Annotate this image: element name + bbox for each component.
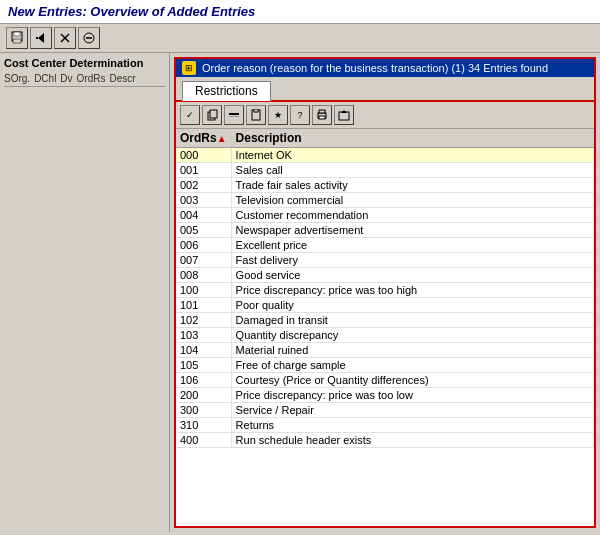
right-panel: ⊞ Order reason (reason for the business … — [174, 57, 596, 528]
entries-table: OrdRs▲ Description 000Internet OK001Sale… — [176, 129, 594, 448]
table-row[interactable]: 106Courtesy (Price or Quantity differenc… — [176, 373, 594, 388]
cell-desc: Free of charge sample — [231, 358, 593, 373]
save-button[interactable] — [6, 27, 28, 49]
cell-desc: Internet OK — [231, 148, 593, 163]
table-row[interactable]: 103Quantity discrepancy — [176, 328, 594, 343]
cell-ordrs: 102 — [176, 313, 231, 328]
cell-desc: Trade fair sales activity — [231, 178, 593, 193]
svg-rect-4 — [36, 37, 38, 39]
cell-desc: Material ruined — [231, 343, 593, 358]
cell-desc: Returns — [231, 418, 593, 433]
help-inner-button[interactable]: ? — [290, 105, 310, 125]
cell-desc: Price discrepancy: price was too low — [231, 388, 593, 403]
svg-rect-16 — [319, 110, 325, 113]
checkmark-button[interactable]: ✓ — [180, 105, 200, 125]
table-row[interactable]: 004Customer recommendation — [176, 208, 594, 223]
cell-ordrs: 001 — [176, 163, 231, 178]
dialog-title: Order reason (reason for the business tr… — [202, 62, 548, 74]
cell-ordrs: 006 — [176, 238, 231, 253]
table-row[interactable]: 000Internet OK — [176, 148, 594, 163]
svg-rect-2 — [13, 39, 21, 43]
cell-desc: Good service — [231, 268, 593, 283]
table-row[interactable]: 005Newspaper advertisement — [176, 223, 594, 238]
table-row[interactable]: 001Sales call — [176, 163, 594, 178]
copy-button[interactable] — [202, 105, 222, 125]
paste-row-button[interactable] — [246, 105, 266, 125]
left-panel: Cost Center Determination SOrg. DChl Dv … — [0, 53, 170, 532]
cell-desc: Quantity discrepancy — [231, 328, 593, 343]
svg-rect-1 — [14, 32, 20, 36]
cell-ordrs: 000 — [176, 148, 231, 163]
table-header: OrdRs▲ Description — [176, 129, 594, 148]
svg-rect-17 — [319, 116, 325, 119]
cell-ordrs: 106 — [176, 373, 231, 388]
cut-row-button[interactable] — [224, 105, 244, 125]
cell-ordrs: 200 — [176, 388, 231, 403]
table-row[interactable]: 400Run schedule header exists — [176, 433, 594, 448]
cell-ordrs: 101 — [176, 298, 231, 313]
cell-ordrs: 103 — [176, 328, 231, 343]
cell-desc: Poor quality — [231, 298, 593, 313]
col-header-ordrs: OrdRs▲ — [176, 129, 231, 148]
back-button[interactable] — [30, 27, 52, 49]
table-row[interactable]: 008Good service — [176, 268, 594, 283]
dialog-title-bar: ⊞ Order reason (reason for the business … — [176, 59, 594, 77]
cell-desc: Customer recommendation — [231, 208, 593, 223]
left-panel-columns: SOrg. DChl Dv OrdRs Descr — [4, 73, 165, 87]
cell-desc: Service / Repair — [231, 403, 593, 418]
cell-ordrs: 310 — [176, 418, 231, 433]
page-title: New Entries: Overview of Added Entries — [0, 0, 600, 24]
cell-desc: Damaged in transit — [231, 313, 593, 328]
table-body: 000Internet OK001Sales call002Trade fair… — [176, 148, 594, 448]
table-row[interactable]: 003Television commercial — [176, 193, 594, 208]
star-button[interactable]: ★ — [268, 105, 288, 125]
svg-rect-12 — [229, 116, 239, 117]
table-row[interactable]: 006Excellent price — [176, 238, 594, 253]
cell-ordrs: 007 — [176, 253, 231, 268]
sort-indicator: ▲ — [217, 133, 227, 144]
inner-toolbar: ✓ ★ ? — [176, 102, 594, 129]
table-row[interactable]: 002Trade fair sales activity — [176, 178, 594, 193]
cell-desc: Newspaper advertisement — [231, 223, 593, 238]
cell-ordrs: 400 — [176, 433, 231, 448]
svg-rect-10 — [210, 110, 217, 118]
cell-ordrs: 300 — [176, 403, 231, 418]
main-toolbar — [0, 24, 600, 53]
table-row[interactable]: 300Service / Repair — [176, 403, 594, 418]
cell-desc: Courtesy (Price or Quantity differences) — [231, 373, 593, 388]
cell-desc: Excellent price — [231, 238, 593, 253]
cell-ordrs: 008 — [176, 268, 231, 283]
cell-ordrs: 002 — [176, 178, 231, 193]
tab-restrictions[interactable]: Restrictions — [182, 81, 271, 101]
print-inner-button[interactable] — [312, 105, 332, 125]
table-row[interactable]: 007Fast delivery — [176, 253, 594, 268]
cancel-button[interactable] — [78, 27, 100, 49]
table-row[interactable]: 310Returns — [176, 418, 594, 433]
svg-rect-14 — [254, 109, 258, 112]
cell-ordrs: 105 — [176, 358, 231, 373]
table-row[interactable]: 100Price discrepancy: price was too high — [176, 283, 594, 298]
cell-ordrs: 100 — [176, 283, 231, 298]
cell-ordrs: 004 — [176, 208, 231, 223]
main-area: Cost Center Determination SOrg. DChl Dv … — [0, 53, 600, 532]
table-row[interactable]: 200Price discrepancy: price was too low — [176, 388, 594, 403]
col-header-desc: Description — [231, 129, 593, 148]
left-panel-title: Cost Center Determination — [4, 57, 165, 69]
cell-desc: Fast delivery — [231, 253, 593, 268]
tab-bar: Restrictions — [176, 77, 594, 102]
cell-desc: Television commercial — [231, 193, 593, 208]
table-row[interactable]: 102Damaged in transit — [176, 313, 594, 328]
table-row[interactable]: 101Poor quality — [176, 298, 594, 313]
export-button[interactable] — [334, 105, 354, 125]
cell-desc: Price discrepancy: price was too high — [231, 283, 593, 298]
table-row[interactable]: 105Free of charge sample — [176, 358, 594, 373]
table-container[interactable]: OrdRs▲ Description 000Internet OK001Sale… — [176, 129, 594, 526]
cell-ordrs: 104 — [176, 343, 231, 358]
svg-rect-11 — [229, 113, 239, 115]
cell-desc: Run schedule header exists — [231, 433, 593, 448]
svg-rect-18 — [339, 112, 349, 120]
dialog-icon: ⊞ — [182, 61, 196, 75]
exit-button[interactable] — [54, 27, 76, 49]
table-row[interactable]: 104Material ruined — [176, 343, 594, 358]
cell-desc: Sales call — [231, 163, 593, 178]
